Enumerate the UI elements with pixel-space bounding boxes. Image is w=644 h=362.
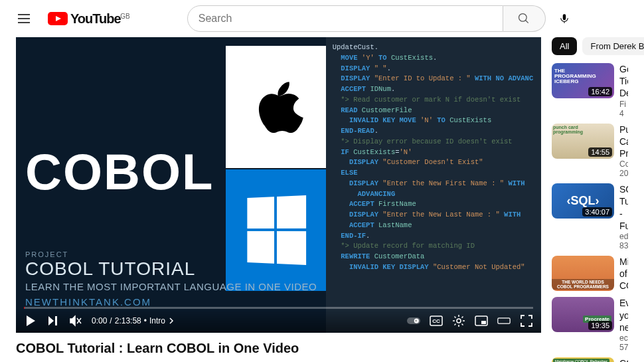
time-display: 0:00 / 2:13:58 • Intro bbox=[92, 316, 175, 325]
rec-title: Everything you need bbox=[619, 297, 628, 333]
search-box bbox=[187, 5, 546, 32]
youtube-logo[interactable]: YouTube GB bbox=[48, 11, 121, 27]
volume-muted-icon bbox=[69, 314, 82, 327]
search-button[interactable] bbox=[503, 5, 546, 32]
rec-thumbnail: THE WORLD NEEDSCOBOL PROGRAMMERS bbox=[552, 256, 614, 291]
rec-channel: ec bbox=[619, 333, 628, 343]
recommendation-item[interactable]: THEPROGRAMMINGICEBERG16:42God-Tier Devel… bbox=[552, 63, 628, 118]
rec-title: SQL Tutorial - Full bbox=[619, 183, 628, 232]
rec-channel: Co bbox=[619, 159, 628, 169]
region-code: GB bbox=[120, 13, 129, 20]
fullscreen-icon bbox=[520, 314, 533, 327]
svg-point-7 bbox=[457, 319, 461, 323]
rec-info: God-Tier DeveloperFi4 bbox=[619, 63, 628, 118]
svg-point-1 bbox=[519, 14, 527, 22]
thumbnail-overlay: PROJECT COBOL TUTORIAL LEARN THE MOST IM… bbox=[25, 250, 541, 308]
overlay-title: COBOL TUTORIAL bbox=[25, 258, 541, 280]
next-button[interactable] bbox=[46, 314, 60, 327]
rec-thumbnail: Procreate19:35 bbox=[552, 297, 614, 332]
next-icon bbox=[46, 314, 60, 327]
rec-channel: Fi bbox=[619, 100, 628, 109]
recommendation-item[interactable]: Mainframe COBOL RefresherCOBOL in 1 Hour… bbox=[552, 357, 628, 362]
miniplayer-icon bbox=[475, 316, 488, 326]
player-controls: 0:00 / 2:13:58 • Intro CC bbox=[16, 309, 541, 333]
chip-from-channel[interactable]: From Derek Banas bbox=[582, 37, 644, 55]
rec-views: 4 bbox=[619, 109, 628, 118]
duration-badge: 3:40:07 bbox=[582, 207, 612, 217]
project-label: PROJECT bbox=[25, 250, 541, 258]
apple-logo-box bbox=[226, 46, 325, 167]
duration-badge: 16:42 bbox=[588, 87, 612, 96]
overlay-subtitle: LEARN THE MOST IMPORTANT LANGUAGE IN ONE… bbox=[25, 281, 541, 292]
settings-button[interactable] bbox=[452, 314, 465, 327]
chapter-label[interactable]: Intro bbox=[149, 316, 165, 325]
duration-badge: 19:35 bbox=[588, 321, 612, 330]
apple-icon bbox=[241, 64, 311, 149]
hamburger-menu[interactable] bbox=[11, 5, 37, 32]
search-input[interactable] bbox=[187, 5, 503, 32]
logo-text: YouTube bbox=[70, 11, 121, 27]
recommendation-item[interactable]: punch cardprogramming14:55Punched Card P… bbox=[552, 124, 628, 179]
rec-thumbnail: Mainframe COBOL RefresherCOBOL in 1 Hour… bbox=[552, 357, 614, 362]
rec-title: God-Tier Developer bbox=[619, 63, 628, 100]
theater-icon bbox=[497, 316, 511, 326]
rec-info: COBOL Course - HowKu12 bbox=[619, 357, 628, 362]
gear-icon bbox=[452, 314, 465, 327]
play-button[interactable] bbox=[24, 314, 37, 327]
rec-title: Punched Card Programming bbox=[619, 124, 628, 160]
rec-info: Punched Card ProgrammingCo20 bbox=[619, 124, 628, 179]
rec-title: Millions of COBOL bbox=[619, 256, 628, 292]
duration-badge: 14:55 bbox=[588, 147, 612, 157]
svg-rect-10 bbox=[498, 318, 510, 323]
svg-rect-9 bbox=[481, 321, 486, 324]
video-title: COBOL Tutorial : Learn COBOL in One Vide… bbox=[16, 341, 541, 356]
rec-views: 20 bbox=[619, 169, 628, 178]
rec-thumbnail: ‹SQL›3:40:07 bbox=[552, 183, 614, 219]
toggle-icon bbox=[407, 316, 420, 325]
miniplayer-button[interactable] bbox=[475, 314, 488, 327]
rec-views: 83 bbox=[619, 241, 628, 250]
recommendation-item[interactable]: ‹SQL›3:40:07SQL Tutorial - Fulled83 bbox=[552, 183, 628, 250]
recommendation-item[interactable]: THE WORLD NEEDSCOBOL PROGRAMMERSMillions… bbox=[552, 256, 628, 292]
overlay-url: NEWTHINKTANK.COM bbox=[25, 296, 541, 308]
mute-button[interactable] bbox=[69, 314, 82, 327]
rec-info: Millions of COBOL bbox=[619, 256, 628, 292]
main-content: COBOL UpdateCust. MOVE 'Y' TO CustExists… bbox=[0, 37, 644, 362]
theater-button[interactable] bbox=[497, 314, 511, 327]
fullscreen-button[interactable] bbox=[520, 314, 533, 327]
autoplay-toggle[interactable] bbox=[407, 314, 420, 327]
rec-thumbnail: punch cardprogramming14:55 bbox=[552, 124, 614, 159]
search-icon bbox=[517, 12, 530, 25]
svg-text:CC: CC bbox=[432, 318, 440, 324]
rec-title: COBOL Course - How bbox=[619, 357, 628, 362]
chevron-right-icon bbox=[168, 317, 175, 324]
recommendations-sidebar: All From Derek Banas THEPROGRAMMINGICEBE… bbox=[552, 37, 628, 362]
rec-info: SQL Tutorial - Fulled83 bbox=[619, 183, 628, 250]
video-player[interactable]: COBOL UpdateCust. MOVE 'Y' TO CustExists… bbox=[16, 37, 541, 333]
rec-views: 57 bbox=[619, 343, 628, 352]
search-wrap bbox=[170, 5, 595, 32]
play-icon bbox=[24, 314, 37, 327]
voice-search-button[interactable] bbox=[551, 5, 578, 32]
primary-column: COBOL UpdateCust. MOVE 'Y' TO CustExists… bbox=[16, 37, 541, 362]
rec-info: Everything you needec57 bbox=[619, 297, 628, 352]
youtube-icon bbox=[48, 12, 68, 25]
rec-channel: ed bbox=[619, 232, 628, 241]
cc-icon: CC bbox=[430, 316, 443, 326]
recommendation-item[interactable]: Procreate19:35Everything you needec57 bbox=[552, 297, 628, 352]
captions-button[interactable]: CC bbox=[430, 314, 443, 327]
header: YouTube GB bbox=[0, 0, 644, 37]
svg-rect-2 bbox=[563, 14, 566, 20]
rec-thumbnail: THEPROGRAMMINGICEBERG16:42 bbox=[552, 63, 614, 98]
chip-all[interactable]: All bbox=[552, 37, 577, 55]
microphone-icon bbox=[558, 13, 570, 25]
filter-chips: All From Derek Banas bbox=[552, 37, 628, 55]
